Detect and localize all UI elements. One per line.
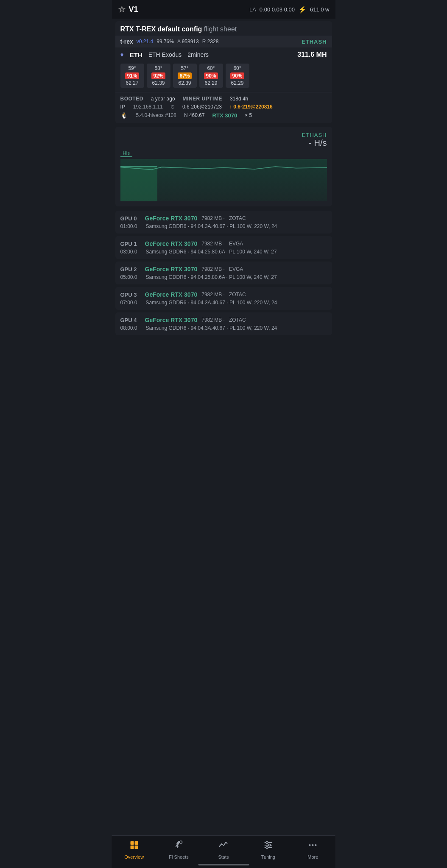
gpu-list-item-3[interactable]: GPU 3 GeForce RTX 3070 7982 MB · ZOTAC 0…: [115, 287, 332, 310]
uptime-label: MINER UPTIME: [183, 96, 222, 102]
gpu-model-name-1: GeForce RTX 3070: [145, 240, 198, 247]
gpu-fan-2: 67%: [178, 72, 191, 79]
gpu-brand-4: ZOTAC: [229, 317, 246, 323]
gpu-time-3: 07:00.0: [120, 300, 143, 306]
gpu-mem-2: 7982 MB ·: [201, 266, 225, 272]
chart-header: ETHASH - H/s: [120, 132, 327, 148]
chart-tabs[interactable]: HIs: [120, 150, 327, 157]
gpu-item-header-0: GPU 0 GeForce RTX 3070 7982 MB · ZOTAC: [120, 215, 327, 222]
gpu-temp-card-3: 60° 90% 62.29: [199, 64, 223, 88]
gpu-temp-card-2: 57° 67% 62.39: [173, 64, 197, 88]
gpu-detail-text-1: Samsung GDDR6 · 94.04.25.80.6A · PL 100 …: [146, 249, 277, 255]
gpu-fan-1: 92%: [151, 72, 165, 79]
hive-icon: ⊙: [170, 104, 175, 110]
algo-badge: ETHASH: [302, 39, 327, 45]
gpu-mem-3: 7982 MB ·: [201, 292, 225, 298]
rig-title: V1: [129, 5, 138, 14]
gpu-index-1: GPU 1: [120, 241, 141, 247]
info-row-boot: BOOTED a year ago MINER UPTIME 318d 4h: [120, 96, 327, 102]
gpu-time-0: 01:00.0: [120, 223, 143, 229]
gpu-item-detail-1: 03:00.0 Samsung GDDR6 · 94.04.25.80.6A ·…: [120, 249, 327, 255]
gpu-index-3: GPU 3: [120, 292, 141, 298]
gpu-time-1: 03:00.0: [120, 249, 143, 255]
gpu-list-item-0[interactable]: GPU 0 GeForce RTX 3070 7982 MB · ZOTAC 0…: [115, 211, 332, 234]
gpu-hash-1: 62.39: [150, 80, 167, 86]
gpu-index-2: GPU 2: [120, 266, 141, 273]
info-row-ip: IP 192.168.1.11 ⊙ 0.6-206@210723 ↑ 0.6-2…: [120, 104, 327, 110]
gpu-temp-1: 58°: [150, 65, 167, 71]
chart-tab-2[interactable]: [133, 150, 138, 157]
coin-row: ♦ ETH ETH Exodus 2miners 311.6 MH: [115, 47, 332, 62]
star-icon[interactable]: ☆: [118, 4, 126, 14]
rig-name: RTX T-REX default config flight sheet: [115, 21, 332, 36]
gpu-fan-3: 90%: [204, 72, 218, 79]
miner-row: t-rex v0.21.4 99.76% A 958913 R 2328 ETH…: [115, 36, 332, 47]
miner-uptime-pct: 99.76%: [156, 39, 174, 45]
gpu-detail-text-0: Samsung GDDR6 · 94.04.3A.40.67 · PL 100 …: [146, 223, 277, 229]
gpu-item-header-1: GPU 1 GeForce RTX 3070 7982 MB · EVGA: [120, 240, 327, 247]
gpu-detail-text-2: Samsung GDDR6 · 94.04.25.80.6A · PL 100 …: [146, 274, 277, 280]
gpu-model-name-4: GeForce RTX 3070: [145, 317, 198, 323]
gpu-time-2: 05:00.0: [120, 274, 143, 280]
gpu-brand-1: EVGA: [229, 241, 243, 247]
gpu-detail-text-3: Samsung GDDR6 · 94.04.3A.40.67 · PL 100 …: [146, 300, 277, 306]
kernel-info: 5.4.0-hiveos #108: [136, 112, 176, 118]
la-values: 0.00 0.03 0.00: [260, 6, 295, 13]
info-row-kernel: 🐧 5.4.0-hiveos #108 N 460.67 RTX 3070 × …: [120, 112, 327, 119]
gpu-detail-text-4: Samsung GDDR6 · 94.04.3A.40.67 · PL 100 …: [146, 325, 277, 331]
booted-value: a year ago: [151, 96, 175, 102]
gpu-mem-1: 7982 MB ·: [201, 241, 225, 247]
coin-name: ETH: [130, 51, 142, 58]
gpu-item-detail-4: 08:00.0 Samsung GDDR6 · 94.04.3A.40.67 ·…: [120, 325, 327, 331]
gpu-hash-3: 62.29: [203, 80, 220, 86]
gpu-temp-card-1: 58° 92% 62.39: [147, 64, 170, 88]
gpu-model-name-0: GeForce RTX 3070: [145, 215, 198, 222]
gpu-list-item-4[interactable]: GPU 4 GeForce RTX 3070 7982 MB · ZOTAC 0…: [115, 312, 332, 335]
chart-metric: - H/s: [120, 138, 327, 148]
chart-section: ETHASH - H/s HIs: [115, 127, 332, 206]
miner-accepted: A 958913: [177, 39, 199, 45]
header-left: ☆ V1: [118, 4, 138, 14]
miner-rejected: R 2328: [202, 39, 219, 45]
hive-version2: ↑ 0.6-219@220816: [229, 104, 273, 110]
n-label: N 460.67: [184, 112, 205, 118]
hashrate: 311.6 MH: [297, 51, 327, 58]
power-value: 611.0 w: [310, 6, 330, 13]
chart-area: [120, 159, 327, 201]
coin-info: ♦ ETH ETH Exodus 2miners: [120, 51, 209, 58]
gpu-mem-4: 7982 MB ·: [201, 317, 225, 323]
gpu-hash-0: 62.27: [124, 80, 141, 86]
coin-pool: ETH Exodus: [148, 51, 182, 58]
gpu-brand-2: EVGA: [229, 266, 243, 272]
miner-info: t-rex v0.21.4 99.76% A 958913 R 2328: [120, 38, 219, 45]
gpu-hash-2: 62.39: [176, 80, 193, 86]
chart-tab-his[interactable]: HIs: [120, 150, 133, 157]
hive-version1: 0.6-206@210723: [182, 104, 222, 110]
gpu-count: × 5: [245, 112, 252, 118]
gpu-time-4: 08:00.0: [120, 325, 143, 331]
gpu-brand-0: ZOTAC: [229, 215, 246, 221]
gpu-list-item-1[interactable]: GPU 1 GeForce RTX 3070 7982 MB · EVGA 03…: [115, 236, 332, 259]
gpu-list-item-2[interactable]: GPU 2 GeForce RTX 3070 7982 MB · EVGA 05…: [115, 262, 332, 284]
gpu-temp-0: 59°: [124, 65, 141, 71]
gpu-index-0: GPU 0: [120, 215, 141, 222]
gpu-index-4: GPU 4: [120, 317, 141, 323]
gpu-temp-3: 60°: [203, 65, 220, 71]
gpu-hash-4: 62.29: [229, 80, 246, 86]
gpu-item-header-4: GPU 4 GeForce RTX 3070 7982 MB · ZOTAC: [120, 317, 327, 323]
gpu-item-detail-3: 07:00.0 Samsung GDDR6 · 94.04.3A.40.67 ·…: [120, 300, 327, 306]
gpu-list: GPU 0 GeForce RTX 3070 7982 MB · ZOTAC 0…: [115, 211, 332, 335]
coin-miners: 2miners: [187, 51, 209, 58]
eth-logo-icon: ♦: [120, 51, 124, 58]
gpu-model-name-3: GeForce RTX 3070: [145, 291, 198, 298]
gpu-temp-card-4: 60° 90% 62.29: [226, 64, 249, 88]
gpu-model-badge: RTX 3070: [212, 112, 237, 119]
ip-value: 192.168.1.11: [133, 104, 163, 110]
gpu-model-name-2: GeForce RTX 3070: [145, 266, 198, 273]
miner-version: v0.21.4: [137, 39, 153, 45]
ip-label: IP: [120, 104, 126, 110]
gpu-mem-0: 7982 MB ·: [201, 215, 225, 221]
miner-name: t-rex: [120, 38, 133, 45]
gpu-temps-grid: 59° 91% 62.27 58° 92% 62.39 57° 67% 62.3…: [115, 62, 332, 92]
gpu-temp-4: 60°: [229, 65, 246, 71]
